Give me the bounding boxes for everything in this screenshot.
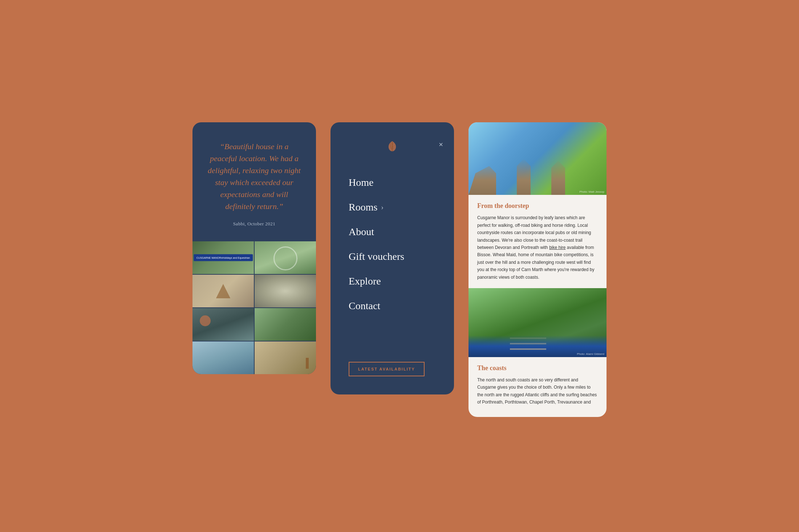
nav-label-home: Home <box>349 177 373 188</box>
coast-photo-credit: Photo: Alami Gibberd <box>577 352 604 356</box>
grid-photo-3 <box>192 275 254 307</box>
hero-image: Photo: Matt Jessop <box>469 122 607 195</box>
grid-photo-4 <box>255 275 316 307</box>
testimonial-text: “Beautiful house in a peaceful location.… <box>206 140 303 212</box>
nav-label-about: About <box>349 226 374 238</box>
grid-photo-6 <box>255 308 316 341</box>
doorstep-body: Cusgarne Manor is surrounded by leafy la… <box>477 214 598 281</box>
doorstep-section: From the doorstep Cusgarne Manor is surr… <box>469 195 607 288</box>
nav-label-gift-vouchers: Gift vouchers <box>349 251 404 262</box>
grid-photo-8 <box>255 341 316 374</box>
testimonial-card: “Beautiful house in a peaceful location.… <box>192 122 316 374</box>
bike-hire-link[interactable]: bike hire <box>549 245 565 250</box>
nav-item-home[interactable]: Home <box>349 170 436 195</box>
grid-photo-2 <box>255 241 316 274</box>
coast-image-placeholder <box>469 288 607 357</box>
chevron-icon-rooms: › <box>381 203 384 212</box>
grid-photo-5 <box>192 308 254 341</box>
photo-grid <box>192 241 316 374</box>
grid-photo-1 <box>192 241 254 274</box>
nav-item-about[interactable]: About <box>349 220 436 244</box>
close-button[interactable]: × <box>439 140 443 149</box>
coasts-body: The north and south coasts are so very d… <box>477 376 598 406</box>
nav-item-contact[interactable]: Contact <box>349 294 436 318</box>
nav-label-rooms: Rooms <box>349 201 377 213</box>
nav-item-explore[interactable]: Explore <box>349 269 436 294</box>
testimonial-section: “Beautiful house in a peaceful location.… <box>192 122 316 238</box>
nav-item-rooms[interactable]: Rooms › <box>349 195 436 220</box>
navigation-menu-card: × Home Rooms › About Gift vouchers Explo… <box>330 122 454 394</box>
article-card: Photo: Matt Jessop From the doorstep Cus… <box>469 122 607 417</box>
hero-photo-credit: Photo: Matt Jessop <box>580 190 604 193</box>
doorstep-title: From the doorstep <box>477 202 598 210</box>
menu-header: × <box>330 140 454 163</box>
phone-container: “Beautiful house in a peaceful location.… <box>192 115 607 417</box>
coasts-section: The coasts The north and south coasts ar… <box>469 357 607 417</box>
nav-label-contact: Contact <box>349 300 380 312</box>
nav-item-gift-vouchers[interactable]: Gift vouchers <box>349 244 436 269</box>
nav-menu: Home Rooms › About Gift vouchers Explore… <box>330 163 454 351</box>
testimonial-author: Sabbi, October 2021 <box>206 221 303 227</box>
grid-photo-7 <box>192 341 254 374</box>
leaf-icon <box>341 140 443 152</box>
nav-label-explore: Explore <box>349 275 381 287</box>
hero-image-placeholder <box>469 122 607 195</box>
coasts-title: The coasts <box>477 364 598 372</box>
latest-availability-button[interactable]: LATEST AVAILABILITY <box>349 362 425 376</box>
coast-image: Photo: Alami Gibberd <box>469 288 607 357</box>
